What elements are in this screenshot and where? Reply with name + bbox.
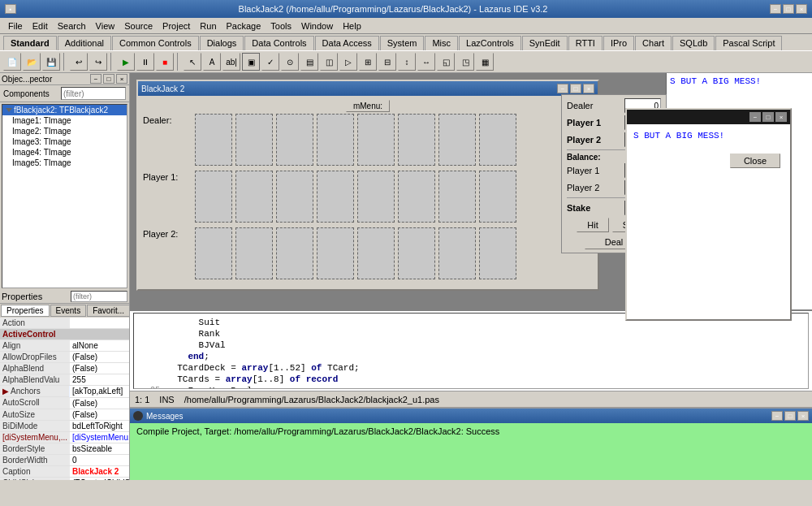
prop-value-borderstyle[interactable]: bsSizeable [70,443,129,454]
system-menu-btn[interactable]: ▪ [5,4,16,14]
messages-max-btn[interactable]: □ [784,411,796,421]
tab-dialogs[interactable]: Dialogs [200,36,244,50]
menu-window[interactable]: Window [296,19,338,32]
maximize-btn[interactable]: □ [783,4,794,14]
toolbar-btn5[interactable]: ⊙ [281,53,299,71]
objinsp-max[interactable]: □ [103,74,114,84]
tree-item-image2[interactable]: Image2: TImage [2,126,127,136]
toolbar-btn14[interactable]: ◳ [456,53,474,71]
popup-close-btn[interactable]: × [775,112,787,122]
close-btn[interactable]: × [796,4,807,14]
tree-item-image4[interactable]: Image4: TImage [2,147,127,158]
prop-value-align[interactable]: alNone [70,340,129,352]
dealer-card-7 [438,114,476,166]
toolbar-run-btn[interactable]: ▶ [117,53,135,71]
props-tab-favorit[interactable]: Favorit... [87,305,130,317]
toolbar-stop-btn[interactable]: ■ [156,53,174,71]
toolbar-btn12[interactable]: ↔ [417,53,435,71]
tree-item-image1[interactable]: Image1: TImage [2,115,127,126]
tree-item-form[interactable]: fBlackjack2: TFBlackjack2 [2,105,127,115]
tab-rtti[interactable]: RTTI [568,36,603,50]
tab-pascal-script[interactable]: Pascal Script [715,36,782,50]
menu-help[interactable]: Help [338,19,366,32]
game-p2-label: Player 2 [567,135,601,145]
p2-card-8 [479,227,516,279]
tab-system[interactable]: System [380,36,425,50]
toolbar-btn8[interactable]: ▷ [339,53,357,71]
toolbar-redo-btn[interactable]: ↪ [89,53,107,71]
toolbar-btn3[interactable]: ▣ [242,53,260,71]
prop-value-anchors[interactable]: [akTop,akLeft] [70,386,129,398]
prop-value-alphabval[interactable]: 255 [70,374,129,386]
status-file: /home/allu/Programming/Lazarus/BlackJack… [184,395,439,404]
prop-value-borderwidth[interactable]: 0 [70,454,129,465]
minimize-btn[interactable]: − [770,4,781,14]
props-filter[interactable] [71,291,127,302]
prop-value-childsizing[interactable]: (TControlChildSi... [70,477,129,480]
menu-tools[interactable]: Tools [266,19,296,32]
menu-file[interactable]: File [3,19,28,32]
popup-restore-btn[interactable]: □ [762,112,774,122]
prop-value-bidimode[interactable]: bdLeftToRight [70,420,129,431]
toolbar-btn2[interactable]: ab| [222,53,240,71]
window-controls-right[interactable]: − □ × [770,4,807,14]
toolbar-btn6[interactable]: ▤ [300,53,318,71]
form-close-btn[interactable]: × [583,84,594,93]
toolbar-btn1[interactable]: A [203,53,221,71]
menu-run[interactable]: Run [195,19,221,32]
toolbar-btn11[interactable]: ↕ [398,53,416,71]
toolbar-new-btn[interactable]: 📄 [3,53,21,71]
toolbar-save-btn[interactable]: 💾 [42,53,60,71]
menu-project[interactable]: Project [158,19,195,32]
toolbar-pointer-btn[interactable]: ↖ [184,53,201,71]
props-tab-events[interactable]: Events [50,305,87,317]
tree-item-image5[interactable]: Image5: TImage [2,158,127,168]
tab-misc[interactable]: Misc [425,36,458,50]
toolbar-btn9[interactable]: ⊞ [359,53,377,71]
menu-package[interactable]: Package [222,19,266,32]
toolbar-undo-btn[interactable]: ↩ [70,53,88,71]
toolbar-btn10[interactable]: ⊟ [378,53,396,71]
prop-value-allowdrop[interactable]: (False) [70,352,129,363]
tab-ipro[interactable]: IPro [603,36,634,50]
prop-value-alphablend[interactable]: (False) [70,363,129,374]
tab-synedit[interactable]: SynEdit [522,36,568,50]
tab-chart[interactable]: Chart [635,36,672,50]
props-tab-properties[interactable]: Properties [1,305,50,317]
messages-close-btn[interactable]: × [797,411,809,421]
code-editor[interactable]: Suit Rank BJVal end; TCard [133,313,809,389]
objinsp-close[interactable]: × [116,74,127,84]
toolbar-btn15[interactable]: ▦ [476,53,494,71]
form-min-btn[interactable]: − [557,84,568,93]
messages-min-btn[interactable]: − [771,411,783,421]
toolbar-btn13[interactable]: ◱ [437,53,455,71]
prop-value-bordericons[interactable]: [diSystemMenu,... [70,431,129,443]
menu-edit[interactable]: Edit [28,19,53,32]
menu-source[interactable]: Source [119,19,158,32]
toolbar-btn7[interactable]: ◫ [320,53,338,71]
popup-close-button[interactable]: Close [730,154,780,168]
prop-value-autosize[interactable]: (False) [70,409,129,420]
components-filter[interactable] [61,87,126,100]
tab-additional[interactable]: Additional [58,36,111,50]
prop-value-caption[interactable]: BlackJack 2 [70,465,129,477]
menu-search[interactable]: Search [53,19,91,32]
tab-sqldb[interactable]: SQLdb [672,36,715,50]
form-max-btn[interactable]: □ [570,84,581,93]
tab-lazcontrols[interactable]: LazControls [459,36,521,50]
toolbar-btn4[interactable]: ✓ [261,53,279,71]
tree-item-image3[interactable]: Image3: TImage [2,136,127,147]
tab-data-access[interactable]: Data Access [315,36,379,50]
toolbar-pause-btn[interactable]: ⏸ [136,53,154,71]
tab-data-controls[interactable]: Data Controls [244,36,313,50]
menu-bar: File Edit Search View Source Project Run… [0,18,812,34]
prop-value-autoscroll[interactable]: (False) [70,397,129,409]
tab-common-controls[interactable]: Common Controls [112,36,199,50]
tab-standard[interactable]: Standard [3,36,57,50]
popup-min-btn[interactable]: − [749,112,761,122]
objinsp-min[interactable]: − [90,74,102,84]
hit-button[interactable]: Hit [577,218,608,232]
toolbar-open-btn[interactable]: 📂 [23,53,41,71]
menu-view[interactable]: View [91,19,120,32]
prop-value-action[interactable] [70,318,129,329]
